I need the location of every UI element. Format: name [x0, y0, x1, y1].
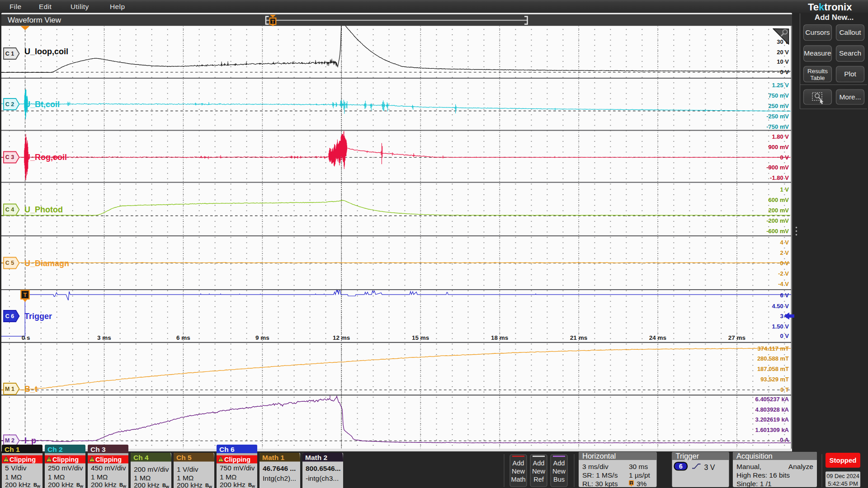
svg-text:Clipping: Clipping — [9, 456, 36, 463]
svg-text:Help: Help — [110, 3, 125, 10]
svg-text:Waveform View: Waveform View — [8, 16, 61, 24]
svg-text:750 mV: 750 mV — [768, 92, 789, 99]
svg-text:SR: 1 MS/s: SR: 1 MS/s — [582, 471, 618, 479]
svg-text:Ch 2: Ch 2 — [47, 446, 63, 453]
svg-text:280.588 mT: 280.588 mT — [757, 355, 789, 362]
svg-text:0 V: 0 V — [780, 333, 789, 339]
svg-text:Single: 1 /1: Single: 1 /1 — [736, 480, 772, 488]
svg-text:250 mV: 250 mV — [768, 103, 789, 109]
svg-text:1.601309 kA: 1.601309 kA — [755, 427, 789, 433]
svg-text:Measure: Measure — [804, 49, 831, 57]
svg-text:3%: 3% — [637, 480, 647, 488]
svg-text:Ch 1: Ch 1 — [5, 446, 20, 453]
svg-text:M 1: M 1 — [5, 386, 14, 392]
svg-text:Plot: Plot — [844, 70, 856, 78]
svg-text:Utility: Utility — [71, 3, 89, 10]
svg-text:46.7646 ...: 46.7646 ... — [263, 465, 296, 472]
svg-text:I_p: I_p — [24, 436, 36, 445]
svg-text:450 mV/div: 450 mV/div — [91, 464, 126, 472]
svg-text:W: W — [37, 484, 41, 488]
svg-text:200 kHz: 200 kHz — [5, 481, 31, 488]
svg-text:1 MΩ: 1 MΩ — [48, 473, 65, 481]
svg-text:Add: Add — [533, 460, 545, 467]
svg-text:W: W — [209, 485, 212, 488]
svg-text:1 V: 1 V — [780, 186, 789, 193]
svg-text:0 V: 0 V — [780, 260, 789, 267]
svg-text:Add: Add — [513, 460, 524, 467]
svg-text:200 kHz: 200 kHz — [91, 481, 117, 488]
svg-text:1 MΩ: 1 MΩ — [177, 474, 193, 482]
svg-text:0 s: 0 s — [22, 334, 30, 341]
svg-text:Math 2: Math 2 — [305, 454, 327, 461]
svg-text:-200 mV: -200 mV — [766, 217, 789, 224]
svg-text:-4 V: -4 V — [778, 281, 789, 287]
svg-text:Ch 3: Ch 3 — [90, 446, 106, 453]
svg-text:Math 1: Math 1 — [262, 454, 284, 461]
svg-text:Add New...: Add New... — [815, 13, 854, 22]
svg-text:200 kHz: 200 kHz — [134, 481, 160, 488]
svg-text:C 3: C 3 — [5, 154, 14, 160]
svg-text:Math: Math — [511, 476, 525, 483]
svg-text:09 Dec 2024: 09 Dec 2024 — [826, 473, 859, 479]
svg-text:2 V: 2 V — [780, 249, 789, 256]
svg-text:Ch 6: Ch 6 — [219, 446, 235, 453]
svg-text:6 ms: 6 ms — [176, 334, 190, 341]
svg-text:3 ms/div: 3 ms/div — [582, 463, 609, 470]
svg-text:3 V: 3 V — [704, 464, 715, 471]
svg-text:750 mV/div: 750 mV/div — [220, 464, 255, 472]
svg-text:9 ms: 9 ms — [255, 334, 269, 341]
svg-text:200 kHz: 200 kHz — [220, 481, 245, 488]
svg-text:Results: Results — [807, 68, 828, 75]
svg-text:27 ms: 27 ms — [728, 334, 745, 341]
svg-text:600 mV: 600 mV — [768, 197, 789, 203]
svg-text:Clipping: Clipping — [95, 456, 122, 463]
svg-text:12 ms: 12 ms — [333, 334, 350, 341]
svg-text:-1.80 V: -1.80 V — [770, 174, 789, 181]
svg-text:Add: Add — [553, 460, 565, 467]
svg-text:1 µs/pt: 1 µs/pt — [629, 471, 651, 479]
svg-text:T: T — [630, 481, 632, 485]
svg-text:File: File — [9, 3, 22, 10]
svg-text:250 mV/div: 250 mV/div — [48, 464, 83, 472]
svg-text:Analyze: Analyze — [788, 463, 813, 470]
svg-text:1.50 V: 1.50 V — [772, 323, 789, 330]
svg-text:C 6: C 6 — [5, 313, 14, 319]
svg-text:1 MΩ: 1 MΩ — [134, 474, 151, 482]
svg-text:-250 mV: -250 mV — [766, 113, 789, 120]
svg-text:200 kHz: 200 kHz — [177, 481, 203, 488]
svg-text:3 ms: 3 ms — [97, 334, 111, 341]
svg-text:M 2: M 2 — [5, 437, 14, 444]
svg-text:21 ms: 21 ms — [570, 334, 587, 341]
svg-text:W: W — [166, 485, 170, 488]
svg-text:-750 mV: -750 mV — [766, 123, 789, 130]
svg-text:Tektronix: Tektronix — [808, 1, 852, 13]
svg-text:Ref: Ref — [533, 476, 544, 483]
svg-text:Trigger: Trigger — [24, 312, 52, 321]
svg-text:1.80 V: 1.80 V — [772, 133, 789, 140]
svg-text:Intg(ch2)...: Intg(ch2)... — [263, 474, 296, 482]
svg-text:0 V: 0 V — [780, 69, 789, 75]
svg-text:0 A: 0 A — [780, 436, 789, 443]
svg-text:30 ms: 30 ms — [629, 463, 648, 470]
svg-text:Search: Search — [839, 49, 861, 57]
svg-text:Trigger: Trigger — [676, 452, 699, 460]
svg-text:Table: Table — [810, 75, 825, 81]
svg-text:4 V: 4 V — [780, 239, 789, 246]
svg-text:4.50 V: 4.50 V — [772, 303, 789, 310]
svg-text:C 2: C 2 — [5, 101, 14, 108]
svg-text:1 MΩ: 1 MΩ — [91, 473, 108, 481]
svg-text:High Res: 16 bits: High Res: 16 bits — [736, 471, 790, 479]
svg-text:1 V/div: 1 V/div — [177, 465, 198, 473]
svg-text:5 V/div: 5 V/div — [5, 464, 27, 472]
svg-text:900 mV: 900 mV — [768, 144, 789, 150]
svg-text:Horizontal: Horizontal — [582, 452, 616, 460]
svg-text:C 1: C 1 — [5, 51, 14, 57]
svg-text:1 MΩ: 1 MΩ — [220, 473, 236, 481]
svg-text:93.529 mT: 93.529 mT — [760, 376, 789, 383]
svg-text:W: W — [252, 484, 255, 488]
svg-text:Cursors: Cursors — [805, 28, 830, 36]
svg-text:6: 6 — [679, 463, 683, 470]
svg-text:200 mV/div: 200 mV/div — [134, 465, 169, 473]
svg-text:800.6546...: 800.6546... — [306, 465, 341, 472]
svg-text:T: T — [24, 291, 27, 298]
